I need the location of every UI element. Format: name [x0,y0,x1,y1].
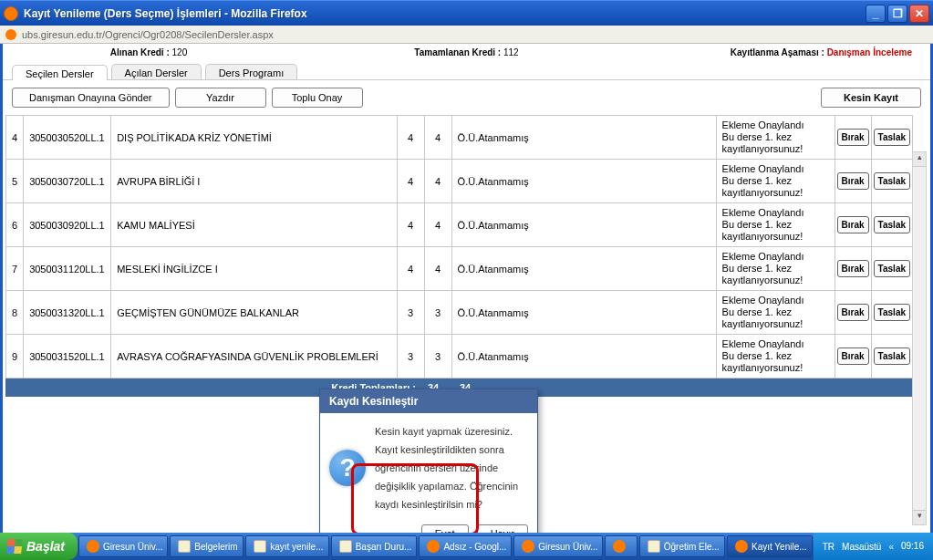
table-row: 83050031320LL.1GEÇMİŞTEN GÜNÜMÜZE BALKAN… [6,291,913,335]
task-icon [735,540,748,553]
system-tray[interactable]: TR Masaüstü « 09:16 [814,533,933,560]
table-row: 63050030920LL.1KAMU MALİYESİ44Ö.Ü.Atanma… [6,203,913,247]
lang-indicator[interactable]: TR [823,542,835,552]
scroll-down-icon[interactable]: ▾ [913,510,926,524]
kredi-1: 3 [397,291,424,335]
table-row: 53050030720LL.1AVRUPA BİRLİĞİ I44Ö.Ü.Ata… [6,160,913,203]
kredi-1: 4 [397,247,424,291]
birak-button[interactable]: Bırak [837,347,869,365]
row-index: 5 [6,160,24,203]
alinan-kredi-label: Alınan Kredi : [110,47,170,57]
confirm-dialog: Kaydı Kesinleştir ? Kesin kayıt yapmak ü… [319,389,538,549]
birak-button[interactable]: Bırak [837,260,869,277]
course-name: AVRUPA BİRLİĞİ I [111,160,397,203]
course-name: KAMU MALİYESİ [111,203,397,247]
yazdir-button[interactable]: Yazdır [175,88,266,108]
instructor: Ö.Ü.Atanmamış [451,203,716,247]
site-icon [5,29,16,40]
taskbar-item[interactable]: Öğretim Ele... [639,535,725,557]
taskbar-item[interactable]: kayıt yenile... [245,535,329,557]
instructor: Ö.Ü.Atanmamış [451,291,716,335]
taslak-button[interactable]: Taslak [874,129,910,146]
task-icon [254,540,266,553]
task-label: Başarı Duru... [356,542,412,552]
kredi-2: 4 [424,247,451,291]
taskbar-item[interactable]: Adsız - Googl... [419,535,512,557]
kredi-1: 4 [397,116,424,160]
taslak-button[interactable]: Taslak [874,172,910,190]
kredi-2: 3 [424,291,451,335]
instructor: Ö.Ü.Atanmamış [451,335,716,379]
kayitlanma-asama-label: Kayıtlanma Aşaması : [731,47,824,57]
dialog-message: Kesin kayıt yapmak üzeresiniz. Kayıt kes… [375,422,528,513]
task-icon [613,540,626,553]
action-bar: Danışman Onayına Gönder Yazdır Toplu Ona… [3,80,930,115]
minimize-button[interactable]: _ [866,5,886,23]
course-code: 3050030920LL.1 [24,203,111,247]
tab-secilen-dersler[interactable]: Seçilen Dersler [12,65,108,80]
close-button[interactable]: ✕ [909,5,929,23]
tab-ders-programi[interactable]: Ders Programı [205,64,298,79]
windows-icon [6,539,23,554]
url-text: ubs.giresun.edu.tr/Ogrenci/Ogr0208/Secil… [22,29,274,40]
dialog-title: Kaydı Kesinleştir [320,389,537,413]
question-icon: ? [329,450,366,486]
taslak-button[interactable]: Taslak [874,347,910,365]
start-button[interactable]: Başlat [0,533,78,560]
taskbar-item[interactable]: Başarı Duru... [331,535,418,557]
taskbar: Başlat Giresun Üniv...Belgelerimkayıt ye… [0,533,933,560]
tab-acilan-dersler[interactable]: Açılan Dersler [111,64,202,79]
task-label: Öğretim Ele... [664,542,720,552]
row-status: Ekleme OnaylandıBu derse 1. kez kayıtlan… [716,203,835,247]
address-bar[interactable]: ubs.giresun.edu.tr/Ogrenci/Ogr0208/Secil… [0,26,933,44]
birak-button[interactable]: Bırak [837,172,869,190]
taskbar-item[interactable]: Belgelerim [170,535,244,557]
kredi-1: 3 [397,335,424,379]
window-titlebar: Kayıt Yenileme (Ders Seçme) İşlemleri - … [0,0,933,26]
scroll-up-icon[interactable]: ▴ [913,152,926,167]
taslak-button[interactable]: Taslak [874,260,910,277]
alinan-kredi-value: 120 [172,47,188,57]
desktop-link[interactable]: Masaüstü [842,542,881,552]
course-table: 43050030520LL.1DIŞ POLİTİKADA KRİZ YÖNET… [5,115,913,379]
kredi-2: 4 [424,116,451,160]
taskbar-item[interactable]: Kayıt Yenile... [727,535,813,557]
tamamlanan-kredi-label: Tamamlanan Kredi : [414,47,501,57]
taskbar-item[interactable]: Giresun Üniv... [78,535,168,557]
kredi-1: 4 [397,203,424,247]
course-code: 3050031320LL.1 [24,291,111,335]
clock: 09:16 [901,542,924,551]
task-label: kayıt yenile... [270,542,323,552]
vertical-scrollbar[interactable]: ▴ ▾ [912,151,927,525]
birak-button[interactable]: Bırak [837,304,869,321]
table-row: 43050030520LL.1DIŞ POLİTİKADA KRİZ YÖNET… [6,116,913,160]
course-code: 3050030720LL.1 [24,160,111,203]
maximize-button[interactable]: ❐ [887,5,907,23]
table-row: 73050031120LL.1MESLEKİ İNGİLİZCE I44Ö.Ü.… [6,247,913,291]
birak-button[interactable]: Bırak [837,129,869,146]
row-index: 9 [6,335,24,379]
danisman-onay-button[interactable]: Danışman Onayına Gönder [12,88,170,108]
kesin-kayit-button[interactable]: Kesin Kayıt [821,88,921,108]
course-name: GEÇMİŞTEN GÜNÜMÜZE BALKANLAR [111,291,397,335]
taskbar-item[interactable]: Giresun Üniv... [513,535,603,557]
tamamlanan-kredi-value: 112 [503,47,519,57]
firefox-icon [4,6,18,21]
row-status: Ekleme OnaylandıBu derse 1. kez kayıtlan… [716,335,835,379]
taslak-button[interactable]: Taslak [874,304,910,321]
tab-row: Seçilen Dersler Açılan Dersler Ders Prog… [3,60,930,80]
kredi-2: 4 [424,160,451,203]
course-name: AVRASYA COĞRAFYASINDA GÜVENLİK PROBLEMLE… [111,335,397,379]
task-label: Giresun Üniv... [538,542,597,552]
taskbar-item[interactable] [605,535,637,557]
instructor: Ö.Ü.Atanmamış [451,116,716,160]
toplu-onay-button[interactable]: Toplu Onay [272,88,363,108]
birak-button[interactable]: Bırak [837,216,869,233]
start-label: Başlat [26,539,65,554]
course-name: MESLEKİ İNGİLİZCE I [111,247,397,291]
table-row: 93050031520LL.1AVRASYA COĞRAFYASINDA GÜV… [6,335,913,379]
kredi-2: 3 [424,335,451,379]
task-label: Belgelerim [194,542,237,552]
task-label: Adsız - Googl... [443,542,506,552]
taslak-button[interactable]: Taslak [874,216,910,233]
